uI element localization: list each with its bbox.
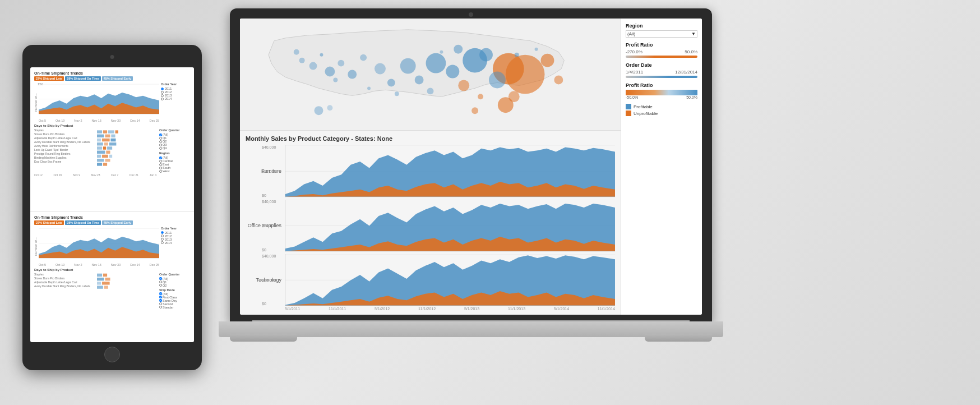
svg-point-49 [338, 60, 344, 67]
x-label: Nov 16 [91, 263, 101, 266]
svg-rect-37 [97, 286, 103, 288]
product-9: Duo Clear Box Frame [34, 160, 95, 164]
technology-y-mid: $20,000 [262, 278, 276, 282]
order-date-range: 1/4/2011 12/31/2014 [626, 70, 697, 75]
stat-ontime-2: 28% Shipped On Time [65, 220, 101, 225]
us-map-svg [240, 19, 621, 130]
svg-point-61 [294, 49, 299, 55]
dashboard-sidebar: Region (All) ▼ Profit Ratio -270.0% 50.0… [621, 19, 702, 315]
svg-rect-13 [97, 142, 103, 145]
x-label: Nov 2 [74, 263, 82, 266]
svg-point-52 [299, 58, 305, 63]
profit-ratio-range: -270.0% 50.0% [626, 49, 697, 54]
svg-point-58 [454, 45, 463, 54]
svg-rect-38 [104, 286, 108, 288]
svg-point-44 [489, 72, 506, 89]
region-filter: Region (All) ▼ [626, 23, 697, 38]
tablet-camera [110, 55, 114, 59]
x-label-grid: Dec 7 [111, 173, 118, 177]
product-7: Prestige Round Ring Binders [34, 152, 95, 156]
svg-point-67 [395, 91, 399, 96]
region-select[interactable]: (All) ▼ [626, 30, 697, 38]
svg-rect-19 [97, 151, 105, 154]
profit-ratio-max: 50.0% [685, 49, 697, 54]
product-3: Adjustable Depth Letter/Legal Cart [34, 136, 95, 140]
svg-point-62 [360, 54, 367, 61]
product-2: Storex Dura Pro Binders [34, 132, 95, 136]
svg-rect-7 [97, 135, 104, 137]
tablet-content: On-Time Shipment Trends 27% Shipped Late… [30, 67, 194, 342]
product-8: Binding Machine Supplies [34, 156, 95, 160]
svg-rect-15 [109, 142, 116, 145]
svg-rect-18 [107, 146, 112, 149]
svg-rect-36 [102, 282, 110, 284]
svg-rect-26 [97, 163, 102, 165]
chart-rows: Furniture $40,000 $20,000 $0 [246, 145, 615, 306]
profit-ratio-scale-label: Profit Ratio [626, 82, 697, 88]
office-chart: $40,000 $20,000 $0 [285, 200, 615, 252]
x-label: Nov 30 [111, 263, 121, 266]
product-s2-2: Storex Dura Pro Binders [34, 277, 95, 280]
legend-unprofitable: Unprofitable [626, 111, 697, 116]
charts-section: Monthly Sales by Product Category - Stat… [240, 131, 621, 315]
x-label-3: 11/1/2012 [418, 307, 436, 311]
product-4: Avery Durable Slant Ring Binders, No Lab… [34, 140, 95, 144]
office-svg [285, 200, 615, 252]
svg-point-69 [515, 53, 519, 57]
chart-row-furniture: Furniture $40,000 $20,000 $0 [246, 145, 615, 197]
tablet-section-2: On-Time Shipment Trends 27% Shipped Late… [30, 211, 194, 342]
x-label-7: 11/1/2014 [598, 307, 615, 311]
x-label: Oct 19 [56, 119, 64, 122]
svg-rect-21 [97, 155, 101, 158]
svg-rect-9 [111, 135, 115, 137]
svg-point-46 [400, 58, 416, 74]
x-label-grid: Dec 21 [130, 173, 138, 177]
order-date-label: Order Date [626, 62, 697, 68]
svg-point-73 [471, 107, 478, 114]
svg-rect-23 [109, 155, 112, 158]
laptop: Monthly Sales by Product Category - Stat… [219, 8, 723, 390]
x-label-grid: Jan 4 [150, 173, 156, 177]
svg-point-43 [506, 55, 545, 94]
profit-ratio-scale-section: Profit Ratio -50.0% 50.0% [626, 82, 697, 99]
unprofitable-color-box [626, 111, 631, 116]
x-label: Dec 25 [149, 263, 159, 266]
x-label: Nov 30 [111, 119, 121, 122]
product-chart-1 [97, 128, 158, 168]
svg-point-71 [315, 106, 323, 115]
x-label: Oct 5 [39, 119, 46, 122]
x-label: Oct 19 [56, 263, 64, 266]
svg-point-64 [320, 53, 323, 57]
legend-unprofitable-label: Unprofitable [634, 111, 658, 116]
laptop-foot-right [645, 334, 712, 342]
svg-point-47 [375, 63, 386, 75]
svg-point-40 [426, 53, 446, 73]
stat-early-2: 45% Shipped Early [102, 220, 133, 225]
profit-ratio-scale-range: -50.0% 50.0% [626, 95, 697, 99]
svg-point-45 [446, 65, 459, 79]
product-5: Avery Hole Reinforcements [34, 144, 95, 148]
tablet-section-1: On-Time Shipment Trends 27% Shipped Late… [30, 67, 194, 211]
shipment-chart-1 [39, 82, 159, 116]
profit-scale-max: 50.0% [686, 95, 697, 99]
laptop-screen-bezel: Monthly Sales by Product Category - Stat… [230, 8, 712, 323]
y-max-1: 150 [38, 82, 43, 86]
tablet-section-1-title: On-Time Shipment Trends [34, 71, 190, 75]
furniture-chart: $40,000 $20,000 $0 [285, 145, 615, 197]
office-y-max: $40,000 [262, 200, 276, 204]
furniture-svg [285, 145, 615, 197]
x-label: Dec 14 [130, 263, 140, 266]
legend-profitable-label: Profitable [634, 104, 653, 109]
svg-rect-10 [97, 139, 101, 141]
profit-ratio-color-scale [626, 90, 697, 95]
technology-y-min: $0 [262, 302, 266, 306]
stat-late-2: 27% Shipped Late [34, 220, 64, 225]
profit-ratio-slider[interactable] [626, 56, 697, 58]
tablet-screen: On-Time Shipment Trends 27% Shipped Late… [30, 67, 194, 342]
svg-rect-34 [105, 278, 110, 280]
product-1: Staples [34, 128, 95, 132]
svg-point-75 [509, 91, 520, 102]
shipment-chart-2 [39, 227, 159, 260]
order-date-slider[interactable] [626, 76, 697, 78]
chart-row-technology: Technology $40,000 $20,000 $0 [246, 254, 615, 306]
